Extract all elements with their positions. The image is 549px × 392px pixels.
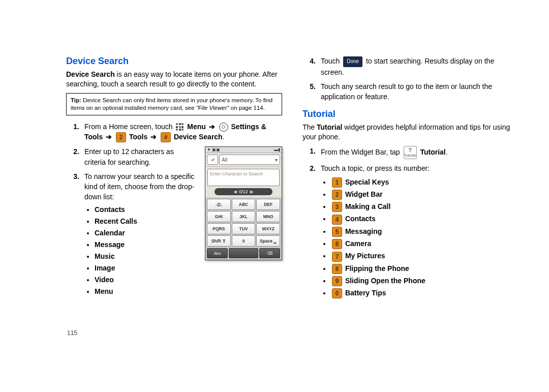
keypad-key: JKL — [232, 211, 256, 222]
steps-2-3: 2. Enter up to 12 characters as criteria… — [66, 146, 196, 298]
arrow-icon: ➔ — [150, 133, 157, 141]
keypad-key: 0 — [232, 235, 256, 247]
step-4: 4. Touch Done to start searching. Result… — [302, 56, 518, 77]
tip-label: Tip: — [71, 97, 81, 103]
step-num: 2. — [66, 146, 84, 167]
device-search-steps: 1. From a Home screen, touch Menu ➔ Sett… — [66, 122, 282, 143]
list-item: 4 Contacts — [331, 214, 518, 224]
topic-label: Special Keys — [345, 178, 389, 186]
step-body: Touch any search result to go to the ite… — [321, 81, 518, 102]
keypad-key: DEF — [256, 199, 280, 210]
period: . — [223, 133, 225, 141]
step-body: From a Home screen, touch Menu ➔ Setting… — [84, 122, 282, 143]
gear-icon — [219, 123, 228, 132]
arrow-icon: ➔ — [209, 123, 215, 131]
topic-label: Camera — [345, 239, 371, 248]
step-1: 1. From a Home screen, touch Menu ➔ Sett… — [66, 122, 282, 143]
keypad-key: TUV — [232, 223, 256, 234]
phone-bottom-bar: Abc ⌫ — [205, 248, 282, 260]
device-search-label: Device Search — [174, 133, 223, 141]
list-item: Menu — [95, 286, 196, 297]
back-icon: ⤶ — [207, 155, 218, 165]
keypad-num-icon: 4 — [332, 215, 342, 225]
intro-bold: Device Search — [66, 70, 115, 78]
tutorial-steps: 1. From the Widget Bar, tap ? Tutorial T… — [302, 146, 518, 301]
tools-label: Tools — [129, 133, 147, 141]
left-column: Device Search Device Search is an easy w… — [66, 56, 282, 306]
right-arrow-icon: ▶ — [250, 189, 254, 194]
topic-label: Contacts — [345, 215, 376, 223]
menu-grid-icon — [175, 123, 184, 131]
topic-label: Widget Bar — [345, 190, 383, 198]
device-search-steps-cont: 4. Touch Done to start searching. Result… — [302, 56, 518, 102]
list-item: Message — [95, 239, 196, 250]
step4-text-a: Touch — [321, 57, 342, 65]
tut-step2-text: Touch a topic, or press its number: — [321, 164, 430, 172]
step-body: To narrow your search to a specific kind… — [84, 171, 196, 299]
tutorial-topics-list: 1 Special Keys 2 Widget Bar 3 Making a C… — [321, 177, 518, 299]
count-value: 0/12 — [239, 189, 248, 194]
keypad-key: WXYZ — [256, 223, 280, 234]
step-3: 3. To narrow your search to a specific k… — [66, 171, 196, 299]
menu-label: Menu — [187, 123, 206, 131]
list-item: 6 Camera — [331, 238, 518, 249]
tip-tail: on page 114. — [229, 105, 265, 111]
topic-label: Messaging — [345, 227, 382, 235]
search-input-placeholder: Enter Character to Search — [207, 169, 280, 186]
step-body: From the Widget Bar, tap ? Tutorial Tuto… — [321, 146, 518, 159]
tut-step1-a: From the Widget Bar, tap — [321, 148, 402, 156]
tutorial-intro: The Tutorial widget provides helpful inf… — [302, 123, 518, 142]
right-column: 4. Touch Done to start searching. Result… — [302, 56, 518, 306]
step-num: 3. — [66, 171, 84, 299]
tut-step-1: 1. From the Widget Bar, tap ? Tutorial T… — [302, 146, 518, 159]
topic-label: Sliding Open the Phone — [345, 277, 425, 285]
left-arrow-icon: ◀ — [233, 189, 237, 194]
category-dropdown: All▾ — [219, 155, 280, 165]
list-item: Contacts — [95, 204, 196, 215]
tutorial-label: Tutorial — [420, 148, 445, 156]
step-num: 1. — [66, 122, 84, 143]
status-left: ▼ ▣▣ — [207, 147, 220, 152]
tip-box: Tip: Device Search can only find items s… — [66, 93, 282, 115]
keypad-num-icon: 2 — [332, 190, 342, 200]
topic-label: My Pictures — [345, 252, 385, 260]
list-item: 3 Making a Call — [331, 201, 518, 212]
question-mark-icon: ? — [408, 147, 412, 153]
keypad-key: GHI — [207, 211, 231, 222]
mode-key: Abc — [207, 248, 228, 258]
list-item: Video — [95, 275, 196, 285]
list-item: Calendar — [95, 228, 196, 238]
keypad-key: MNO — [256, 211, 280, 222]
tutorial-widget-icon: ? Tutorial — [404, 146, 417, 159]
arrow-icon: ➔ — [106, 133, 112, 141]
step-num: 1. — [302, 146, 321, 159]
step-num: 4. — [302, 56, 321, 77]
list-item: 2 Widget Bar — [331, 189, 518, 200]
tut-intro-bold: Tutorial — [317, 123, 342, 131]
tut-intro-a: The — [302, 123, 317, 131]
char-counter: ◀ 0/12 ▶ — [215, 188, 272, 195]
topic-label: Making a Call — [345, 202, 390, 210]
step-body: Touch Done to start searching. Results d… — [321, 56, 518, 77]
keypad-hash-icon: # — [161, 132, 171, 142]
keypad-key: Shift ⇧ — [207, 235, 231, 247]
step1-text-a: From a Home screen, touch — [84, 123, 174, 131]
phone-status-bar: ▼ ▣▣ ▬▮ — [205, 147, 282, 153]
status-right: ▬▮ — [274, 147, 280, 152]
step-num: 2. — [302, 163, 321, 301]
done-button-icon: Done — [343, 56, 362, 67]
keypad-num-icon: 6 — [332, 239, 342, 249]
step-2: 2. Enter up to 12 characters as criteria… — [66, 146, 196, 167]
keypad-num-icon: 1 — [332, 177, 342, 188]
list-item: Image — [95, 263, 196, 274]
keypad-num-icon: 8 — [332, 264, 342, 274]
list-item: Recent Calls — [95, 216, 196, 227]
phone-top-bar: ⤶ All▾ — [205, 153, 282, 167]
keypad-num-icon: 9 — [332, 276, 342, 286]
tut-step-2: 2. Touch a topic, or press its number: 1… — [302, 163, 518, 301]
page-number: 115 — [67, 329, 77, 337]
device-search-heading: Device Search — [66, 56, 282, 67]
keypad-key: ABC — [232, 199, 256, 210]
steps-with-phone: 2. Enter up to 12 characters as criteria… — [66, 146, 282, 303]
list-item: 0 Battery Tips — [331, 288, 518, 298]
